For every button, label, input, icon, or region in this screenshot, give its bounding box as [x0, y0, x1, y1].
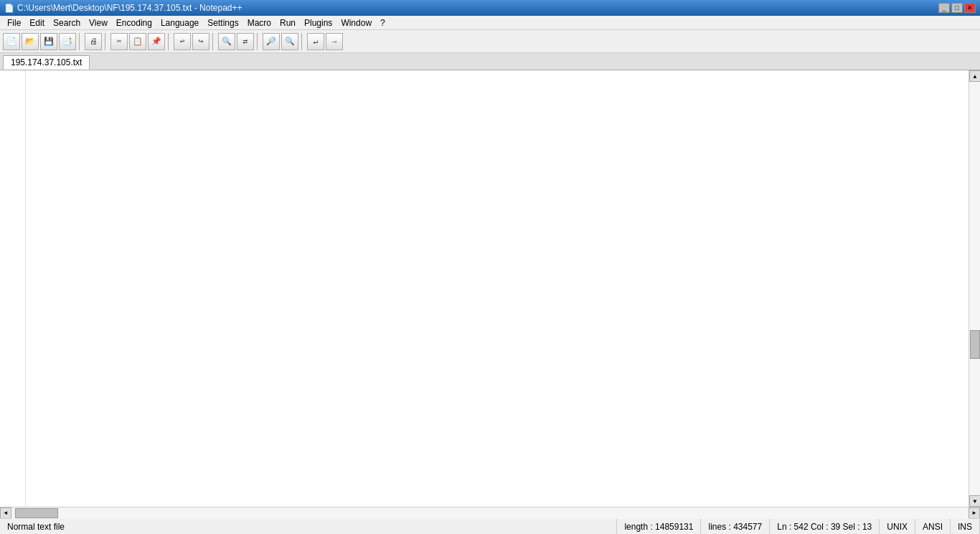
maximize-button[interactable]: □: [951, 3, 963, 13]
print-button[interactable]: 🖨: [85, 33, 102, 50]
zoom-in-button[interactable]: 🔎: [263, 33, 280, 50]
title-text: C:\Users\Mert\Desktop\NF\195.174.37.105.…: [17, 3, 242, 13]
cut-button[interactable]: ✂: [110, 33, 128, 50]
scroll-up-button[interactable]: ▲: [969, 70, 980, 82]
tab-active[interactable]: 195.174.37.105.txt: [3, 55, 90, 70]
minimize-button[interactable]: _: [938, 3, 950, 13]
status-eol: UNIX: [880, 519, 915, 534]
title-bar-left: 📄 C:\Users\Mert\Desktop\NF\195.174.37.10…: [4, 3, 242, 13]
title-bar: 📄 C:\Users\Mert\Desktop\NF\195.174.37.10…: [0, 0, 980, 16]
menu-settings[interactable]: Settings: [203, 17, 242, 29]
title-bar-controls: _ □ ✕: [938, 3, 976, 13]
wrap-button[interactable]: ↵: [307, 33, 324, 50]
menu-window[interactable]: Window: [336, 17, 376, 29]
scroll-thumb[interactable]: [970, 330, 980, 359]
copy-button[interactable]: 📋: [129, 33, 146, 50]
menu-macro[interactable]: Macro: [243, 17, 275, 29]
menu-view[interactable]: View: [85, 17, 112, 29]
status-filetype: Normal text file: [0, 519, 617, 534]
tab-bar: 195.174.37.105.txt: [0, 53, 980, 70]
menu-plugins[interactable]: Plugins: [300, 17, 336, 29]
save-all-button[interactable]: 📑: [59, 33, 76, 50]
tab-label: 195.174.37.105.txt: [11, 57, 82, 67]
scroll-track[interactable]: [969, 82, 980, 495]
undo-button[interactable]: ↩: [174, 33, 191, 50]
replace-button[interactable]: ⇄: [237, 33, 254, 50]
toolbar-sep5: [257, 33, 260, 50]
toolbar-sep6: [301, 33, 304, 50]
menu-search[interactable]: Search: [49, 17, 85, 29]
toolbar-sep1: [79, 33, 82, 50]
line-numbers: [0, 70, 26, 507]
menu-bar: File Edit Search View Encoding Language …: [0, 16, 980, 30]
hscroll-left-button[interactable]: ◄: [0, 507, 11, 519]
close-button[interactable]: ✕: [964, 3, 976, 13]
paste-button[interactable]: 📌: [148, 33, 165, 50]
hscroll-thumb[interactable]: [15, 508, 58, 518]
menu-language[interactable]: Language: [156, 17, 203, 29]
open-button[interactable]: 📂: [22, 33, 39, 50]
toolbar-sep2: [105, 33, 108, 50]
status-lines: lines : 434577: [701, 519, 770, 534]
menu-help[interactable]: ?: [376, 17, 390, 29]
scroll-down-button[interactable]: ▼: [969, 495, 980, 507]
status-encoding: ANSI: [915, 519, 951, 534]
toolbar-sep4: [212, 33, 215, 50]
new-button[interactable]: 📄: [3, 33, 20, 50]
save-button[interactable]: 💾: [40, 33, 57, 50]
indent-button[interactable]: →: [326, 33, 343, 50]
menu-edit[interactable]: Edit: [25, 17, 49, 29]
find-button[interactable]: 🔍: [218, 33, 235, 50]
hscroll-right-button[interactable]: ►: [969, 507, 980, 519]
zoom-out-button[interactable]: 🔍: [281, 33, 298, 50]
toolbar: 📄 📂 💾 📑 🖨 ✂ 📋 📌 ↩ ↪ 🔍 ⇄ 🔎 🔍 ↵ →: [0, 30, 980, 53]
hscroll-track[interactable]: [11, 507, 969, 519]
menu-file[interactable]: File: [3, 17, 25, 29]
app-icon: 📄: [4, 4, 14, 13]
status-ins: INS: [951, 519, 980, 534]
content-area[interactable]: [26, 70, 969, 507]
vertical-scrollbar[interactable]: ▲ ▼: [969, 70, 980, 507]
status-bar: Normal text file length : 14859131 lines…: [0, 518, 980, 534]
menu-run[interactable]: Run: [275, 17, 300, 29]
status-position: Ln : 542 Col : 39 Sel : 13: [770, 519, 880, 534]
toolbar-sep3: [168, 33, 171, 50]
status-length: length : 14859131: [617, 519, 701, 534]
redo-button[interactable]: ↪: [192, 33, 209, 50]
main-area: ▲ ▼: [0, 70, 980, 507]
menu-encoding[interactable]: Encoding: [112, 17, 156, 29]
horizontal-scrollbar[interactable]: ◄ ►: [0, 507, 980, 518]
